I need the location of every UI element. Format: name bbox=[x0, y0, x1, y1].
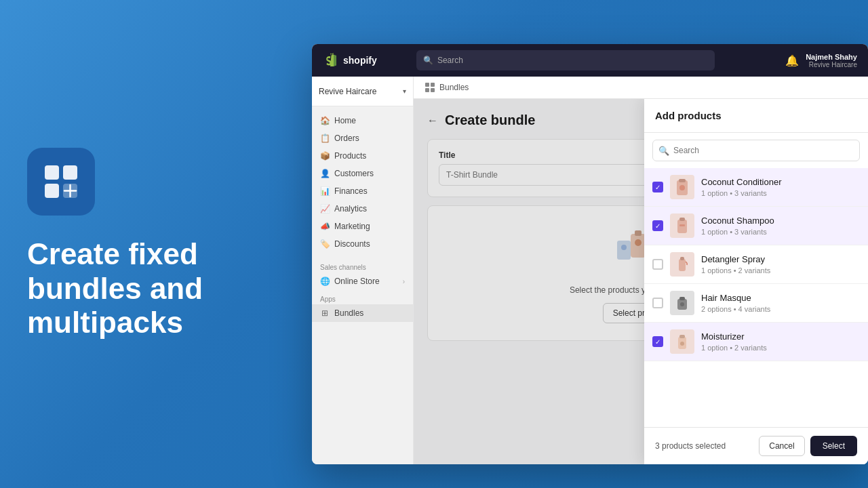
product-thumb-moisturizer bbox=[670, 329, 694, 354]
product-thumb-coconut-conditioner bbox=[670, 175, 694, 199]
sidebar-item-label: Orders bbox=[334, 134, 359, 143]
product-item-moisturizer[interactable]: Moisturizer 1 option • 2 variants bbox=[644, 323, 868, 361]
sidebar-item-orders[interactable]: 📋 Orders bbox=[312, 129, 413, 147]
main-area-dimmer bbox=[414, 99, 644, 464]
sidebar-item-marketing[interactable]: 📣 Marketing bbox=[312, 218, 413, 235]
product-info-coconut-shampoo: Coconut Shampoo 1 option • 3 variants bbox=[701, 216, 860, 236]
sidebar-item-analytics[interactable]: 📈 Analytics bbox=[312, 200, 413, 218]
footer-buttons: Cancel Select bbox=[759, 436, 857, 456]
breadcrumb: Bundles bbox=[414, 77, 868, 99]
product-thumb-coconut-shampoo bbox=[670, 214, 694, 238]
user-name: Najmeh Shahy bbox=[806, 53, 857, 61]
product-info-coconut-conditioner: Coconut Conditioner 1 option • 3 variant… bbox=[701, 177, 860, 197]
product-variants: 1 option • 3 variants bbox=[701, 189, 860, 197]
sidebar-item-label: Products bbox=[334, 151, 366, 161]
search-icon: 🔍 bbox=[423, 56, 433, 65]
product-variants: 1 option • 2 variants bbox=[701, 344, 860, 352]
user-store: Revive Haircare bbox=[809, 61, 857, 68]
product-item-detangler-spray[interactable]: Detangler Spray 1 options • 2 variants bbox=[644, 245, 868, 284]
sales-channels-label: Sales channels bbox=[312, 258, 413, 272]
svg-rect-8 bbox=[425, 88, 429, 92]
shopify-brand-text: shopify bbox=[343, 55, 377, 66]
search-placeholder-text: Search bbox=[437, 56, 463, 65]
chevron-right-icon: › bbox=[403, 278, 405, 285]
panel-search-container: 🔍 bbox=[652, 140, 860, 161]
svg-point-29 bbox=[680, 302, 684, 306]
svg-rect-9 bbox=[431, 88, 435, 92]
product-name: Hair Masque bbox=[701, 293, 860, 304]
svg-point-21 bbox=[679, 185, 685, 190]
breadcrumb-text: Bundles bbox=[439, 83, 469, 92]
product-name: Detangler Spray bbox=[701, 254, 860, 266]
store-name: Revive Haircare bbox=[319, 87, 399, 96]
sidebar-item-bundles[interactable]: ⊞ Bundles bbox=[312, 304, 413, 322]
svg-rect-23 bbox=[679, 218, 685, 221]
select-button[interactable]: Select bbox=[810, 436, 857, 456]
top-search-bar[interactable]: 🔍 Search bbox=[416, 50, 715, 70]
user-info: Najmeh Shahy Revive Haircare bbox=[806, 53, 857, 68]
finances-icon: 📊 bbox=[320, 186, 330, 196]
panel-search-input[interactable] bbox=[652, 140, 860, 161]
sidebar-item-customers[interactable]: 👤 Customers bbox=[312, 165, 413, 182]
svg-rect-28 bbox=[679, 297, 685, 300]
svg-rect-24 bbox=[679, 224, 685, 226]
sidebar-item-finances[interactable]: 📊 Finances bbox=[312, 182, 413, 200]
store-selector[interactable]: Revive Haircare ▾ bbox=[312, 77, 413, 106]
app-body: Revive Haircare ▾ 🏠 Home 📋 Orders 📦 Prod… bbox=[312, 77, 868, 464]
sidebar-item-label: Marketing bbox=[334, 222, 370, 231]
svg-rect-31 bbox=[679, 335, 685, 338]
product-variants: 2 options • 4 variants bbox=[701, 305, 860, 313]
product-variants: 1 options • 2 variants bbox=[701, 266, 860, 274]
analytics-icon: 📈 bbox=[320, 204, 330, 214]
product-info-detangler-spray: Detangler Spray 1 options • 2 variants bbox=[701, 254, 860, 274]
panel-search-icon: 🔍 bbox=[658, 146, 669, 156]
bell-icon[interactable]: 🔔 bbox=[785, 54, 799, 67]
product-checkbox-moisturizer[interactable] bbox=[652, 336, 663, 347]
cancel-button[interactable]: Cancel bbox=[759, 436, 804, 456]
app-window: shopify 🔍 Search 🔔 Najmeh Shahy Revive H… bbox=[312, 44, 868, 464]
sidebar: Revive Haircare ▾ 🏠 Home 📋 Orders 📦 Prod… bbox=[312, 77, 414, 464]
online-store-icon: 🌐 bbox=[320, 277, 330, 286]
products-icon: 📦 bbox=[320, 151, 330, 161]
customers-icon: 👤 bbox=[320, 169, 330, 178]
sidebar-item-label: Discounts bbox=[334, 239, 370, 249]
orders-icon: 📋 bbox=[320, 134, 330, 143]
product-checkbox-detangler-spray[interactable] bbox=[652, 259, 663, 270]
product-checkbox-hair-masque[interactable] bbox=[652, 298, 663, 308]
svg-rect-2 bbox=[45, 184, 59, 198]
main-content: Bundles ← Create bundle Title bbox=[414, 77, 868, 464]
product-thumb-hair-masque bbox=[670, 291, 694, 315]
panel-title: Add products bbox=[655, 110, 857, 121]
sidebar-item-online-store[interactable]: 🌐 Online Store › bbox=[312, 272, 413, 290]
sidebar-item-label: Customers bbox=[334, 169, 374, 178]
product-item-hair-masque[interactable]: Hair Masque 2 options • 4 variants bbox=[644, 284, 868, 323]
selected-count: 3 products selected bbox=[655, 441, 726, 451]
sidebar-item-home[interactable]: 🏠 Home bbox=[312, 112, 413, 129]
panel-footer: 3 products selected Cancel Select bbox=[644, 427, 868, 464]
bundles-icon: ⊞ bbox=[320, 308, 330, 318]
product-item-coconut-shampoo[interactable]: Coconut Shampoo 1 option • 3 variants bbox=[644, 207, 868, 245]
top-bar-right: 🔔 Najmeh Shahy Revive Haircare bbox=[785, 53, 857, 68]
product-list: Coconut Conditioner 1 option • 3 variant… bbox=[644, 168, 868, 427]
sidebar-item-label: Bundles bbox=[334, 308, 363, 318]
svg-rect-1 bbox=[63, 165, 77, 180]
product-name: Moisturizer bbox=[701, 331, 860, 343]
discounts-icon: 🏷️ bbox=[320, 239, 330, 249]
top-bar: shopify 🔍 Search 🔔 Najmeh Shahy Revive H… bbox=[312, 44, 868, 77]
sidebar-item-products[interactable]: 📦 Products bbox=[312, 147, 413, 165]
product-item-coconut-conditioner[interactable]: Coconut Conditioner 1 option • 3 variant… bbox=[644, 168, 868, 207]
product-checkbox-coconut-shampoo[interactable] bbox=[652, 220, 663, 231]
product-checkbox-coconut-conditioner[interactable] bbox=[652, 182, 663, 192]
sidebar-item-label: Analytics bbox=[334, 204, 367, 214]
svg-rect-0 bbox=[45, 165, 59, 180]
svg-rect-25 bbox=[679, 259, 686, 271]
svg-point-32 bbox=[680, 342, 684, 346]
add-products-panel: Add products 🔍 bbox=[644, 99, 868, 464]
hero-area: Create fixed bundles and multipacks bbox=[0, 0, 312, 488]
sidebar-item-discounts[interactable]: 🏷️ Discounts bbox=[312, 235, 413, 253]
product-variants: 1 option • 3 variants bbox=[701, 228, 860, 236]
panel-header: Add products bbox=[644, 99, 868, 133]
svg-rect-20 bbox=[679, 179, 686, 182]
svg-rect-7 bbox=[431, 83, 435, 87]
apps-label: Apps bbox=[312, 290, 413, 304]
